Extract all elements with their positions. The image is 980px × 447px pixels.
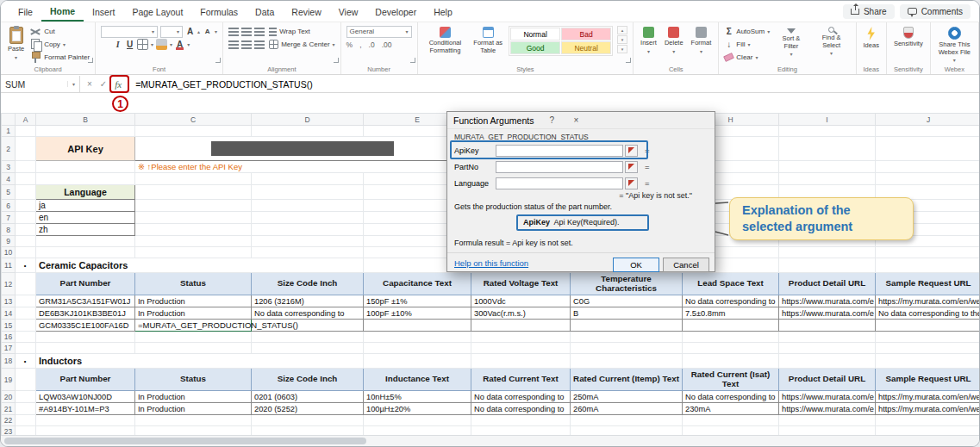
row-header[interactable]: 11 xyxy=(2,258,16,273)
tab-review[interactable]: Review xyxy=(283,3,329,21)
cell[interactable] xyxy=(876,173,980,185)
row-header[interactable]: 3 xyxy=(2,161,16,173)
font-size-select[interactable]: ▾ xyxy=(160,26,183,38)
cell[interactable] xyxy=(252,236,364,247)
cell[interactable] xyxy=(252,332,364,343)
format-as-table-button[interactable]: Format as Table xyxy=(471,26,504,55)
cell[interactable] xyxy=(876,137,980,161)
percent-style-icon[interactable]: % xyxy=(346,40,353,49)
cell[interactable] xyxy=(135,343,252,354)
decrease-decimal-icon[interactable]: .00 xyxy=(382,40,392,49)
increase-decimal-icon[interactable]: .0 xyxy=(369,40,375,49)
column-header-j[interactable]: J xyxy=(876,114,980,126)
row-header[interactable]: 1 xyxy=(2,126,16,137)
horizontal-scrollbar[interactable] xyxy=(1,435,979,446)
capacitors-data-cell[interactable]: 7.5±0.8mm xyxy=(683,307,779,320)
inductors-header-cell[interactable]: Product Detail URL xyxy=(779,369,876,391)
capacitors-data-cell[interactable]: No data corresponding to the req xyxy=(876,307,980,320)
inductors-header-cell[interactable]: Status xyxy=(135,369,252,391)
inductors-header-cell[interactable]: Size Code Inch xyxy=(252,369,364,391)
cell[interactable] xyxy=(16,391,36,403)
cell[interactable] xyxy=(471,415,571,426)
cell[interactable] xyxy=(252,200,364,212)
api-key-input-cell[interactable] xyxy=(135,137,471,161)
cell[interactable] xyxy=(16,320,36,332)
gallery-down-icon[interactable]: ▾ xyxy=(617,35,627,44)
format-cells-button[interactable]: Format ▾ xyxy=(690,26,714,56)
cell[interactable] xyxy=(16,200,36,212)
row-header[interactable]: 7 xyxy=(2,212,16,224)
cell[interactable] xyxy=(471,332,571,343)
sort-filter-button[interactable]: Sort & Filter ▾ xyxy=(774,26,808,59)
dialog-launcher-icon[interactable] xyxy=(626,58,631,63)
capacitors-data-cell[interactable]: In Production xyxy=(135,307,252,320)
cell[interactable] xyxy=(364,354,471,369)
tab-view[interactable]: View xyxy=(330,3,367,21)
row-header[interactable]: 17 xyxy=(2,343,16,354)
cell[interactable] xyxy=(135,126,252,137)
cell[interactable] xyxy=(779,247,876,258)
formula-input[interactable]: =MURATA_GET_PRODUCTION_STATUS() xyxy=(129,76,979,92)
cell[interactable] xyxy=(876,126,980,137)
dialog-launcher-icon[interactable] xyxy=(88,58,93,63)
collapse-language-button[interactable] xyxy=(625,177,638,189)
cell[interactable] xyxy=(135,173,252,185)
capacitors-data-cell[interactable]: 300Vac(r.m.s.) xyxy=(471,307,571,320)
capacitors-data-cell[interactable] xyxy=(571,320,683,332)
row-header[interactable]: 6 xyxy=(2,200,16,212)
language-option-cell[interactable]: zh xyxy=(36,224,135,236)
cell[interactable] xyxy=(876,354,980,369)
cell[interactable] xyxy=(135,247,252,258)
sensitivity-button[interactable]: Sensitivity xyxy=(892,26,925,49)
cell[interactable] xyxy=(252,212,364,224)
borders-icon[interactable] xyxy=(137,39,148,50)
capacitors-data-cell[interactable]: No data corresponding to xyxy=(252,307,364,320)
cell[interactable] xyxy=(571,415,683,426)
style-bad[interactable]: Bad xyxy=(561,28,611,40)
cell[interactable] xyxy=(683,332,779,343)
capacitors-header-cell[interactable]: Sample Request URL xyxy=(876,273,980,295)
cell[interactable] xyxy=(683,354,779,369)
cell[interactable] xyxy=(876,343,980,354)
comma-style-icon[interactable]: , xyxy=(359,40,361,49)
cell[interactable] xyxy=(16,332,36,343)
capacitors-data-cell[interactable]: https://www.murata.com/e xyxy=(779,307,876,320)
cell[interactable] xyxy=(16,415,36,426)
cell[interactable] xyxy=(683,415,779,426)
conditional-formatting-button[interactable]: Conditional Formatting xyxy=(423,26,468,55)
inductors-data-cell[interactable]: 100µH±20% xyxy=(364,403,471,415)
cell[interactable] xyxy=(779,415,876,426)
tab-developer[interactable]: Developer xyxy=(366,3,425,21)
row-header[interactable]: 16 xyxy=(2,332,16,343)
row-header[interactable]: 18 xyxy=(2,354,16,369)
cell[interactable] xyxy=(779,354,876,369)
cell[interactable] xyxy=(876,258,980,273)
capacitors-data-cell[interactable] xyxy=(364,320,471,332)
active-formula-cell[interactable]: =MURATA_GET_PRODUCTION_STATUS() xyxy=(135,320,252,332)
inductors-data-cell[interactable]: https://my.murata.com/en/web/s xyxy=(876,403,980,415)
column-header-d[interactable]: D xyxy=(252,114,364,126)
cell[interactable] xyxy=(876,415,980,426)
capacitors-header-cell[interactable]: Status xyxy=(135,273,252,295)
column-header-c[interactable]: C xyxy=(135,114,252,126)
column-header-i[interactable]: I xyxy=(779,114,876,126)
capacitors-header-cell[interactable]: Size Code Inch xyxy=(252,273,364,295)
cell[interactable] xyxy=(16,247,36,258)
cell[interactable] xyxy=(36,236,135,247)
dialog-help-icon[interactable]: ? xyxy=(546,115,558,125)
inductors-data-cell[interactable]: No data corresponding to xyxy=(471,403,571,415)
cell[interactable] xyxy=(36,173,135,185)
capacitors-header-cell[interactable]: Product Detail URL xyxy=(779,273,876,295)
row-header[interactable]: 22 xyxy=(2,415,16,426)
cell[interactable] xyxy=(683,343,779,354)
row-header[interactable]: 15 xyxy=(2,320,16,332)
style-good[interactable]: Good xyxy=(510,41,560,54)
cell[interactable] xyxy=(135,185,252,200)
row-header[interactable]: 19 xyxy=(2,369,16,391)
gallery-more-icon[interactable]: ▾ xyxy=(617,45,627,53)
cell[interactable] xyxy=(16,161,36,173)
cell[interactable] xyxy=(252,415,364,426)
capacitors-data-cell[interactable] xyxy=(779,320,876,332)
cell[interactable] xyxy=(16,307,36,320)
underline-button[interactable]: U xyxy=(125,40,134,49)
